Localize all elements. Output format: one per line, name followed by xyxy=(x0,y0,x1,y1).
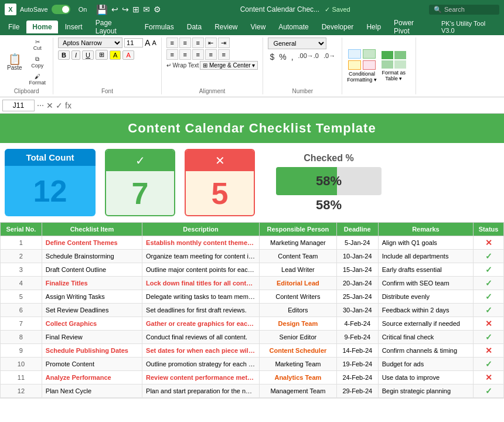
more-functions-icon[interactable]: ⋯ xyxy=(37,101,44,110)
tab-pk-utility[interactable]: PK's Utility Tool V3.0 xyxy=(435,18,502,36)
cancel-formula-icon[interactable]: ✕ xyxy=(46,101,53,110)
cell-serial[interactable]: 9 xyxy=(1,344,42,358)
tab-power-pivot[interactable]: Power Pivot xyxy=(388,16,434,38)
cell-deadline[interactable]: 30-Jan-24 xyxy=(336,304,378,317)
cell-remarks[interactable]: Confirm channels & timing xyxy=(378,344,474,358)
cell-desc[interactable]: Gather or create graphics for each conte… xyxy=(142,317,260,331)
cell-item[interactable]: Final Review xyxy=(42,331,142,344)
cell-status[interactable]: ✓ xyxy=(474,290,504,304)
align-top-left-button[interactable]: ≡ xyxy=(166,38,178,48)
cell-status[interactable]: ✓ xyxy=(474,384,504,398)
undo-icon[interactable]: ↩ xyxy=(111,5,118,14)
cell-remarks[interactable]: Begin strategic planning xyxy=(378,384,474,398)
font-size-input[interactable] xyxy=(124,38,143,47)
cell-desc[interactable]: Lock down final titles for all content p… xyxy=(142,277,260,290)
italic-button[interactable]: I xyxy=(71,50,80,60)
cell-remarks[interactable]: Use data to improve xyxy=(378,371,474,384)
cell-desc[interactable]: Organize team meeting for content ideas. xyxy=(142,250,260,263)
cell-person[interactable]: Lead Writer xyxy=(259,263,336,277)
cell-remarks[interactable]: Confirm with SEO team xyxy=(378,277,474,290)
cell-serial[interactable]: 5 xyxy=(1,290,42,304)
align-top-right-button[interactable]: ≡ xyxy=(192,38,204,48)
align-distributed-button[interactable]: ≡ xyxy=(218,49,230,60)
cell-remarks[interactable]: Critical final check xyxy=(378,331,474,344)
cell-deadline[interactable]: 9-Feb-24 xyxy=(336,331,378,344)
cell-status[interactable]: ✓ xyxy=(474,263,504,277)
tab-view[interactable]: View xyxy=(245,21,272,33)
cell-remarks[interactable]: Budget for ads xyxy=(378,358,474,371)
decrease-font-button[interactable]: A xyxy=(152,39,156,46)
align-top-center-button[interactable]: ≡ xyxy=(179,38,191,48)
cell-remarks[interactable]: Align with Q1 goals xyxy=(378,236,474,250)
align-right-button[interactable]: ≡ xyxy=(192,49,204,60)
cell-serial[interactable]: 10 xyxy=(1,358,42,371)
table-icon[interactable]: ⊞ xyxy=(132,5,139,14)
cell-person[interactable]: Design Team xyxy=(259,317,336,331)
align-center-button[interactable]: ≡ xyxy=(179,49,191,60)
tab-help[interactable]: Help xyxy=(360,21,387,33)
cell-deadline[interactable]: 20-Jan-24 xyxy=(336,277,378,290)
cell-desc[interactable]: Outline promotion strategy for each piec… xyxy=(142,358,260,371)
cell-person[interactable]: Management Team xyxy=(259,384,336,398)
cell-serial[interactable]: 1 xyxy=(1,236,42,250)
cell-desc[interactable]: Outline major content points for each pi… xyxy=(142,263,260,277)
cell-deadline[interactable]: 24-Feb-24 xyxy=(336,371,378,384)
save-icon[interactable]: 💾 xyxy=(96,4,108,15)
cell-serial[interactable]: 4 xyxy=(1,277,42,290)
cell-serial[interactable]: 12 xyxy=(1,384,42,398)
tab-formulas[interactable]: Formulas xyxy=(139,21,180,33)
number-format-select[interactable]: General xyxy=(268,38,326,49)
indent-decrease-button[interactable]: ⇤ xyxy=(205,38,217,48)
indent-increase-button[interactable]: ⇥ xyxy=(218,38,230,48)
percent-button[interactable]: % xyxy=(277,52,288,62)
tab-insert[interactable]: Insert xyxy=(59,21,88,33)
cut-button[interactable]: ✂Cut xyxy=(27,38,49,52)
cell-status[interactable]: ✓ xyxy=(474,331,504,344)
cell-item[interactable]: Set Review Deadlines xyxy=(42,304,142,317)
wrap-text-button[interactable]: ↵ Wrap Text xyxy=(166,61,199,70)
cell-status[interactable]: ✓ xyxy=(474,250,504,263)
insert-function-icon[interactable]: fx xyxy=(65,101,71,110)
cell-desc[interactable]: Delegate writing tasks to team members. xyxy=(142,290,260,304)
cell-person[interactable]: Content Scheduler xyxy=(259,344,336,358)
cell-desc[interactable]: Conduct final reviews of all content. xyxy=(142,331,260,344)
cell-serial[interactable]: 2 xyxy=(1,250,42,263)
cell-item[interactable]: Schedule Brainstorming xyxy=(42,250,142,263)
cell-serial[interactable]: 11 xyxy=(1,371,42,384)
cell-item[interactable]: Define Content Themes xyxy=(42,236,142,250)
cell-person[interactable]: Marketing Manager xyxy=(259,236,336,250)
cell-desc[interactable]: Set dates for when each piece will be pu… xyxy=(142,344,260,358)
tab-home[interactable]: Home xyxy=(26,21,57,33)
cell-desc[interactable]: Establish monthly content themes based o… xyxy=(142,236,260,250)
underline-button[interactable]: U xyxy=(82,50,94,60)
cell-deadline[interactable]: 25-Jan-24 xyxy=(336,290,378,304)
tab-file[interactable]: File xyxy=(2,21,25,33)
cell-person[interactable]: Analytics Team xyxy=(259,371,336,384)
cell-status[interactable]: ✕ xyxy=(474,317,504,331)
cell-item[interactable]: Finalize Titles xyxy=(42,277,142,290)
cell-deadline[interactable]: 4-Feb-24 xyxy=(336,317,378,331)
cell-item[interactable]: Collect Graphics xyxy=(42,317,142,331)
cell-deadline[interactable]: 14-Feb-24 xyxy=(336,344,378,358)
cell-status[interactable]: ✕ xyxy=(474,236,504,250)
cell-person[interactable]: Content Writers xyxy=(259,290,336,304)
cell-serial[interactable]: 3 xyxy=(1,263,42,277)
cell-remarks[interactable]: Distribute evenly xyxy=(378,290,474,304)
cell-item[interactable]: Promote Content xyxy=(42,358,142,371)
cell-person[interactable]: Senior Editor xyxy=(259,331,336,344)
align-left-button[interactable]: ≡ xyxy=(166,49,178,60)
redo-icon[interactable]: ↪ xyxy=(122,5,129,14)
cell-reference-input[interactable] xyxy=(2,100,35,111)
cell-desc[interactable]: Review content performance metrics. xyxy=(142,371,260,384)
cell-remarks[interactable]: Early drafts essential xyxy=(378,263,474,277)
cell-deadline[interactable]: 10-Jan-24 xyxy=(336,250,378,263)
tab-data[interactable]: Data xyxy=(181,21,207,33)
cell-status[interactable]: ✕ xyxy=(474,371,504,384)
confirm-formula-icon[interactable]: ✓ xyxy=(56,101,63,110)
align-justify-button[interactable]: ≡ xyxy=(205,49,217,60)
cell-deadline[interactable]: 29-Feb-24 xyxy=(336,384,378,398)
cell-status[interactable]: ✓ xyxy=(474,277,504,290)
cell-item[interactable]: Schedule Publishing Dates xyxy=(42,344,142,358)
paste-button[interactable]: 📋 Paste xyxy=(5,53,25,72)
tab-page-layout[interactable]: Page Layout xyxy=(90,16,138,38)
